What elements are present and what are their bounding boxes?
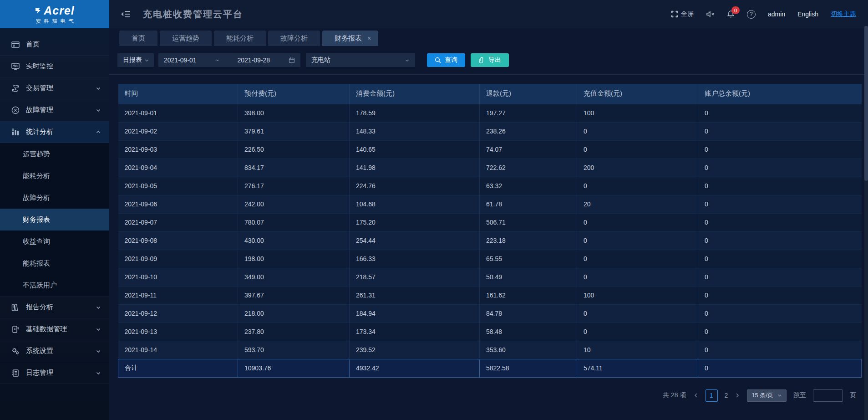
logo-text: Acrel bbox=[44, 4, 75, 17]
table-cell: 780.07 bbox=[238, 213, 350, 231]
table-cell: 65.55 bbox=[480, 250, 577, 268]
scrollbar-thumb[interactable] bbox=[864, 26, 868, 181]
table-cell: 173.34 bbox=[350, 323, 480, 341]
table-cell: 2021-09-13 bbox=[118, 323, 238, 341]
page-size-value: 15 条/页 bbox=[751, 391, 773, 400]
sidebar-item-faults[interactable]: 故障管理 bbox=[0, 99, 109, 121]
chevron-down-icon bbox=[96, 86, 101, 91]
mute-button[interactable] bbox=[706, 10, 715, 18]
table-cell: 104.68 bbox=[350, 195, 480, 213]
table-row: 2021-09-09198.00166.3365.5500 bbox=[118, 250, 862, 268]
table-cell: 2021-09-02 bbox=[118, 122, 238, 140]
tab-fault-analysis[interactable]: 故障分析 bbox=[268, 31, 320, 46]
chevron-down-icon bbox=[96, 348, 101, 354]
sidebar-item-fault-analysis[interactable]: 故障分析 bbox=[0, 187, 109, 209]
table-cell: 140.65 bbox=[350, 140, 480, 159]
fullscreen-label: 全屏 bbox=[681, 10, 694, 18]
theme-switch-link[interactable]: 切换主题 bbox=[831, 10, 856, 18]
sidebar-item-system-settings[interactable]: 系统设置 bbox=[0, 340, 109, 362]
sidebar-item-label: 交易管理 bbox=[26, 84, 53, 92]
table-cell: 430.00 bbox=[238, 231, 350, 250]
sidebar-item-operation-trend[interactable]: 运营趋势 bbox=[0, 143, 109, 165]
sidebar-item-financial-report[interactable]: 财务报表 bbox=[0, 209, 109, 230]
settings-icon bbox=[11, 347, 20, 356]
table-cell: 0 bbox=[577, 213, 698, 231]
tab-home[interactable]: 首页 bbox=[119, 31, 157, 46]
sidebar-item-log-management[interactable]: 日志管理 bbox=[0, 362, 109, 384]
tab-label: 运营趋势 bbox=[172, 34, 199, 42]
report-type-value: 日报表 bbox=[123, 56, 142, 64]
table-cell: 349.00 bbox=[238, 268, 350, 286]
table-cell: 0 bbox=[577, 250, 698, 268]
table-cell: 0 bbox=[698, 231, 862, 250]
tab-label: 财务报表 bbox=[335, 34, 362, 42]
report-type-select[interactable]: 日报表 bbox=[117, 53, 154, 67]
sidebar-item-inactive-users[interactable]: 不活跃用户 bbox=[0, 274, 109, 296]
table-cell: 2021-09-03 bbox=[118, 140, 238, 159]
table-cell: 200 bbox=[577, 159, 698, 177]
close-icon[interactable]: × bbox=[367, 35, 371, 42]
sidebar-item-base-data[interactable]: 基础数据管理 bbox=[0, 318, 109, 340]
station-select[interactable]: 充电站 bbox=[306, 53, 415, 67]
summary-cell: 4932.42 bbox=[350, 359, 480, 377]
speaker-muted-icon bbox=[706, 10, 715, 18]
table-header-row: 时间 预付费(元) 消费金额(元) 退款(元) 充值金额(元) 账户总余额(元) bbox=[118, 84, 862, 104]
tab-financial-report[interactable]: 财务报表× bbox=[322, 31, 378, 46]
table-cell: 237.80 bbox=[238, 323, 350, 341]
page-number-current[interactable]: 1 bbox=[706, 389, 718, 402]
scrollbar[interactable] bbox=[864, 26, 868, 420]
date-range-picker[interactable]: 2021-09-01 ~ 2021-09-28 bbox=[158, 53, 300, 67]
summary-cell: 0 bbox=[698, 359, 862, 377]
sidebar-item-energy-report[interactable]: 能耗报表 bbox=[0, 252, 109, 274]
notifications-button[interactable]: 0 bbox=[727, 10, 735, 18]
table-row: 2021-09-06242.00104.6861.78200 bbox=[118, 195, 862, 213]
table-cell: 0 bbox=[698, 268, 862, 286]
table-cell: 218.57 bbox=[350, 268, 480, 286]
sidebar-item-revenue-query[interactable]: 收益查询 bbox=[0, 230, 109, 252]
table-cell: 2021-09-06 bbox=[118, 195, 238, 213]
sidebar-item-statistics[interactable]: 统计分析 bbox=[0, 121, 109, 143]
jump-page-input[interactable] bbox=[813, 389, 843, 402]
query-label: 查询 bbox=[445, 56, 457, 64]
language-switch[interactable]: English bbox=[797, 10, 818, 18]
table-cell: 2021-09-01 bbox=[118, 104, 238, 122]
menu-fold-icon[interactable] bbox=[121, 10, 131, 18]
summary-cell: 574.11 bbox=[577, 359, 698, 377]
logo: Acrel 安科瑞电气 bbox=[0, 0, 109, 28]
sidebar-item-realtime-monitor[interactable]: 实时监控 bbox=[0, 56, 109, 77]
next-page-icon[interactable] bbox=[735, 393, 740, 398]
submenu-label: 运营趋势 bbox=[23, 150, 50, 159]
fullscreen-button[interactable]: 全屏 bbox=[671, 10, 694, 18]
table-cell: 218.00 bbox=[238, 304, 350, 323]
table-cell: 198.00 bbox=[238, 250, 350, 268]
fault-icon bbox=[11, 106, 20, 115]
sidebar-item-transactions[interactable]: 交易管理 bbox=[0, 77, 109, 99]
table-cell: 166.33 bbox=[350, 250, 480, 268]
chevron-down-icon bbox=[96, 370, 101, 376]
user-menu[interactable]: admin bbox=[768, 10, 785, 18]
page-size-select[interactable]: 15 条/页 bbox=[747, 389, 787, 402]
table-cell: 0 bbox=[698, 304, 862, 323]
help-icon[interactable]: ? bbox=[747, 10, 756, 19]
tab-operation-trend[interactable]: 运营趋势 bbox=[160, 31, 212, 46]
sidebar-item-report-analysis[interactable]: 报告分析 bbox=[0, 297, 109, 318]
divider bbox=[109, 74, 868, 75]
tab-energy-analysis[interactable]: 能耗分析 bbox=[214, 31, 266, 46]
sidebar-item-home[interactable]: 首页 bbox=[0, 34, 109, 56]
page-title: 充电桩收费管理云平台 bbox=[143, 8, 243, 20]
prev-page-icon[interactable] bbox=[693, 393, 699, 398]
table-cell: 74.07 bbox=[480, 140, 577, 159]
sidebar-item-energy-analysis[interactable]: 能耗分析 bbox=[0, 165, 109, 187]
sidebar: Acrel 安科瑞电气 首页 实时监控 交易管理 bbox=[0, 0, 109, 420]
sidebar-item-label: 实时监控 bbox=[26, 62, 53, 71]
table-cell: 148.33 bbox=[350, 122, 480, 140]
page-number[interactable]: 2 bbox=[725, 392, 728, 399]
table-body: 2021-09-01398.00178.59197.2710002021-09-… bbox=[118, 104, 862, 359]
table-row: 2021-09-04834.17141.98722.622000 bbox=[118, 159, 862, 177]
export-button[interactable]: 导出 bbox=[471, 53, 509, 67]
main-area: 充电桩收费管理云平台 全屏 0 ? admin English 切换主题 bbox=[109, 0, 868, 420]
query-button[interactable]: 查询 bbox=[427, 53, 465, 67]
table-cell: 184.94 bbox=[350, 304, 480, 323]
table-cell: 161.62 bbox=[480, 286, 577, 304]
table-cell: 2021-09-12 bbox=[118, 304, 238, 323]
